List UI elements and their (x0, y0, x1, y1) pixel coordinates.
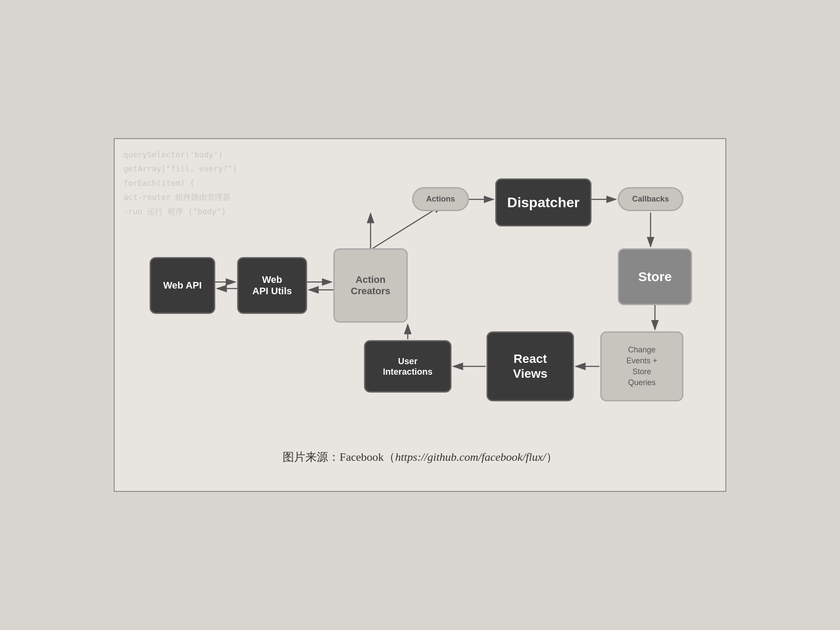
web-api-utils-node: WebAPI Utils (237, 257, 307, 314)
action-creators-node: ActionCreators (333, 248, 408, 323)
web-api-node: Web API (150, 257, 215, 314)
page-wrapper: querySelector('body') getArray["fill, ev… (114, 138, 726, 492)
dispatcher-node: Dispatcher (495, 178, 592, 226)
actions-node: Actions (412, 187, 469, 211)
change-events-node: ChangeEvents +StoreQueries (600, 331, 683, 401)
flux-diagram: Web API WebAPI Utils ActionCreators Acti… (141, 161, 699, 432)
callbacks-node: Callbacks (618, 187, 683, 211)
store-node: Store (618, 248, 692, 305)
react-views-node: ReactViews (486, 331, 574, 401)
user-interactions-node: UserInteractions (364, 340, 452, 393)
svg-line-7 (373, 205, 443, 248)
caption: 图片来源：Facebook（https://github.com/faceboo… (141, 449, 699, 465)
